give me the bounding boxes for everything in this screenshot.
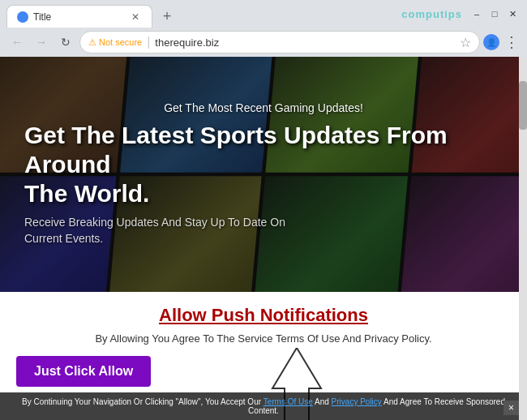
allow-button[interactable]: Just Click Allow (16, 356, 151, 387)
tab-title: Title (33, 11, 126, 23)
refresh-button[interactable]: ↻ (55, 32, 76, 53)
tab-close-button[interactable]: ✕ (129, 11, 142, 24)
bookmark-icon[interactable]: ☆ (460, 35, 471, 50)
window-controls: – □ ✕ (469, 6, 521, 22)
not-secure-indicator: ⚠ Not secure (88, 37, 142, 48)
hero-title-line1: Get The Latest Sports Updates From Aroun… (24, 122, 448, 178)
browser-menu-button[interactable]: ⋮ (503, 33, 521, 51)
scrollbar[interactable] (519, 57, 527, 420)
browser-viewport: Get The Most Recent Gaming Updates! Get … (0, 57, 527, 420)
tab-area: Title ✕ + (6, 0, 395, 28)
hero-banner: Get The Most Recent Gaming Updates! Get … (0, 57, 527, 292)
address-bar: ← → ↻ ⚠ Not secure | therequire.biz ☆ 👤 … (0, 28, 527, 57)
tab-favicon (17, 11, 28, 23)
url-bar[interactable]: ⚠ Not secure | therequire.biz ☆ (79, 31, 480, 54)
notice-text: By Continuing Your Navigation Or Clickin… (22, 397, 505, 415)
push-notif-desc: By Allowing You Agree To The Service Ter… (16, 332, 511, 345)
window-close-button[interactable]: ✕ (504, 6, 521, 22)
new-tab-button[interactable]: + (156, 5, 178, 28)
browser-tab[interactable]: Title ✕ (6, 5, 152, 28)
notice-dismiss-button[interactable]: × (503, 401, 519, 415)
url-text[interactable]: therequire.biz (155, 36, 455, 49)
terms-link[interactable]: Terms Of Use (264, 397, 313, 406)
hero-small-text: Receive Breaking Updates And Stay Up To … (24, 215, 285, 246)
back-button[interactable]: ← (6, 32, 28, 53)
url-separator: | (147, 35, 150, 49)
maximize-button[interactable]: □ (486, 6, 503, 22)
bottom-notice-bar: By Continuing Your Navigation Or Clickin… (0, 392, 527, 420)
warning-icon: ⚠ (88, 37, 96, 48)
refresh-icon: ↻ (61, 36, 71, 49)
forward-icon: → (36, 36, 47, 49)
computips-label: computips (401, 8, 462, 20)
window-chrome: Title ✕ + computips – □ ✕ ← → ↻ ⚠ Not se… (0, 0, 527, 57)
hero-small-line1: Receive Breaking Updates And Stay Up To … (24, 216, 285, 229)
scrollbar-thumb[interactable] (519, 81, 527, 130)
not-secure-label: Not secure (99, 37, 142, 47)
hero-text: Get The Most Recent Gaming Updates! Get … (0, 57, 527, 292)
hero-subtitle: Get The Most Recent Gaming Updates! (24, 101, 503, 114)
back-icon: ← (11, 36, 23, 49)
title-bar: Title ✕ + computips – □ ✕ (0, 0, 527, 28)
hero-small-line2: Current Events. (24, 232, 103, 245)
hero-title-line2: The World. (24, 180, 149, 207)
hero-main-title: Get The Latest Sports Updates From Aroun… (24, 121, 503, 208)
minimize-button[interactable]: – (469, 6, 485, 22)
forward-button[interactable]: → (31, 32, 52, 53)
profile-avatar[interactable]: 👤 (483, 34, 499, 50)
push-notif-title: Allow Push Notifications (16, 305, 511, 326)
privacy-link[interactable]: Privacy Policy (332, 397, 382, 406)
